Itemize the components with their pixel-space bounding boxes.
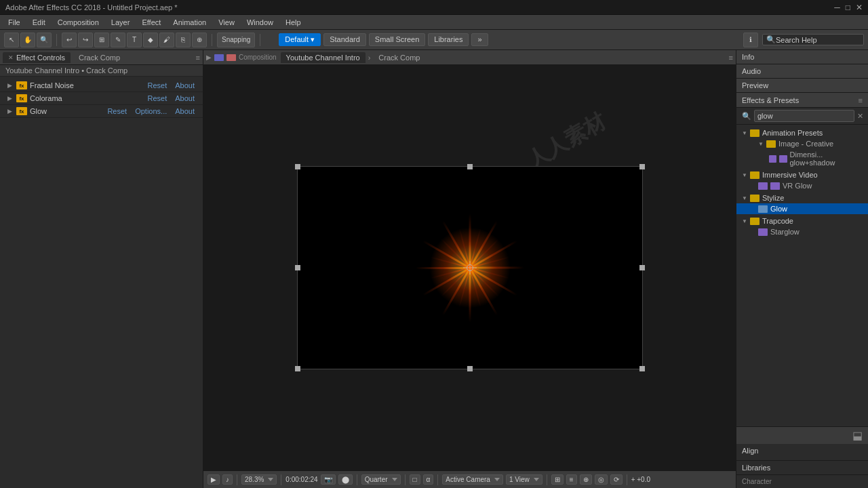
tool-clone[interactable]: ⎘ xyxy=(176,33,191,47)
handle-bl[interactable] xyxy=(295,366,300,371)
handle-bm[interactable] xyxy=(467,366,473,371)
tab-youtube-intro[interactable]: Youtube Channel Intro xyxy=(281,52,366,63)
menu-window[interactable]: Window xyxy=(241,17,279,28)
snapping-label: Snapping xyxy=(222,36,250,43)
sep1 xyxy=(56,34,57,46)
vt-zoom-select[interactable]: 28.3% xyxy=(241,474,277,485)
effect-expand-glow[interactable]: ▶ xyxy=(5,108,14,115)
tool-hand[interactable]: ✋ xyxy=(20,33,35,47)
ep-dimensi-glow[interactable]: Dimensi... glow+shadow xyxy=(736,149,868,168)
search-box[interactable]: 🔍 xyxy=(762,34,864,45)
menu-file[interactable]: File xyxy=(3,17,26,28)
handle-tr[interactable] xyxy=(639,164,645,169)
ep-search-input[interactable] xyxy=(754,110,854,122)
vt-grid-btn[interactable]: ⊞ xyxy=(551,474,564,485)
tool-pen[interactable]: ✎ xyxy=(111,33,125,47)
tool-zoom[interactable]: 🔍 xyxy=(37,33,52,47)
handle-tm[interactable] xyxy=(467,164,473,169)
tool-paint[interactable]: 🖌 xyxy=(159,33,174,47)
workspace-standard[interactable]: Standard xyxy=(323,33,366,46)
preview-header[interactable]: Preview xyxy=(736,79,868,92)
menu-composition[interactable]: Composition xyxy=(52,17,104,28)
tool-puppet[interactable]: ⊕ xyxy=(192,33,207,47)
effect-about-glow[interactable]: About xyxy=(172,107,197,115)
ep-tree: ▼ Animation Presets ▼ Image - Creative D… xyxy=(736,125,868,426)
maximize-icon[interactable]: □ xyxy=(846,3,850,12)
ep-glow-item[interactable]: Glow xyxy=(736,203,868,214)
tab-crack-comp[interactable]: Crack Comp xyxy=(73,52,125,63)
toolbar: ↖ ✋ 🔍 ↩ ↪ ⊞ ✎ T ◆ 🖌 ⎘ ⊕ Snapping Default… xyxy=(0,30,868,50)
tool-select[interactable]: ↖ xyxy=(4,33,19,47)
effect-row-glow: ▶ fx Glow Reset Options... About xyxy=(0,105,203,118)
vt-audio-btn[interactable]: ♪ xyxy=(222,474,233,485)
handle-br[interactable] xyxy=(639,366,645,371)
handle-ml[interactable] xyxy=(295,265,300,270)
vt-camera-select[interactable]: Active Camera xyxy=(442,474,503,485)
effect-options-glow[interactable]: Options... xyxy=(132,107,170,115)
snapping-btn[interactable]: Snapping xyxy=(217,33,255,47)
workspace-default[interactable]: Default ▾ xyxy=(279,33,321,46)
toolbar-info-btn[interactable]: ℹ xyxy=(743,33,758,47)
tab-crack-comp[interactable]: Crack Comp xyxy=(373,52,425,63)
ep-menu-btn[interactable]: ≡ xyxy=(859,96,863,104)
handle-tl[interactable] xyxy=(295,164,300,169)
ep-immersive-header[interactable]: ▼ Immersive Video xyxy=(736,169,868,180)
ep-section-animation-header[interactable]: ▼ Animation Presets xyxy=(736,127,868,138)
vt-quality-select[interactable]: Quarter xyxy=(361,474,401,485)
effect-expand-colorama[interactable]: ▶ xyxy=(5,95,14,102)
effect-reset-glow[interactable]: Reset xyxy=(104,107,130,115)
workspace-more[interactable]: » xyxy=(471,33,488,46)
search-input[interactable] xyxy=(776,36,844,44)
vt-color-btn[interactable]: ⬤ xyxy=(338,474,353,485)
ep-stylize-header[interactable]: ▼ Stylize xyxy=(736,192,868,203)
effect-name-fractal: Fractal Noise xyxy=(30,81,142,89)
info-header[interactable]: Info xyxy=(736,50,868,64)
workspace-small[interactable]: Small Screen xyxy=(369,33,425,46)
tool-rotate-fwd[interactable]: ↪ xyxy=(78,33,93,47)
menu-animation[interactable]: Animation xyxy=(167,17,212,28)
ep-triangle-animation: ▼ xyxy=(742,130,747,136)
vt-res-btn[interactable]: □ xyxy=(410,474,420,485)
comp-icon2 xyxy=(214,54,224,61)
tool-transform[interactable]: ⊞ xyxy=(94,33,109,47)
effect-reset-fractal[interactable]: Reset xyxy=(145,81,170,89)
tool-text[interactable]: T xyxy=(127,33,142,47)
effect-about-colorama[interactable]: About xyxy=(172,94,197,102)
effect-expand-fractal[interactable]: ▶ xyxy=(5,82,14,89)
vt-alpha-btn[interactable]: α xyxy=(423,474,434,485)
ep-vr-glow[interactable]: VR Glow xyxy=(736,180,868,191)
ep-save-preset-btn[interactable]: ⬓ xyxy=(852,429,863,442)
ep-image-label: Image - Creative xyxy=(778,140,833,148)
vt-snap-btn[interactable]: ⊕ xyxy=(580,474,592,485)
panel-menu-btn[interactable]: ≡ xyxy=(196,54,200,62)
ep-trapcode-header[interactable]: ▼ Trapcode xyxy=(736,216,868,226)
tool-rotate-back[interactable]: ↩ xyxy=(62,33,77,47)
effect-about-fractal[interactable]: About xyxy=(172,81,197,89)
workspace-libraries[interactable]: Libraries xyxy=(428,33,469,46)
handle-mr[interactable] xyxy=(639,265,645,270)
effect-reset-colorama[interactable]: Reset xyxy=(145,94,170,102)
audio-header[interactable]: Audio xyxy=(736,64,868,78)
vt-3d-btn[interactable]: ◎ xyxy=(595,474,608,485)
comp-menu-btn[interactable]: ≡ xyxy=(729,54,733,62)
menu-effect[interactable]: Effect xyxy=(136,17,166,28)
menu-view[interactable]: View xyxy=(213,17,240,28)
close-icon[interactable]: ✕ xyxy=(856,3,863,12)
minimize-icon[interactable]: ─ xyxy=(834,3,840,12)
tool-shape[interactable]: ◆ xyxy=(143,33,158,47)
ep-image-creative[interactable]: ▼ Image - Creative xyxy=(736,138,868,149)
vt-preview-btn[interactable]: ▶ xyxy=(208,474,220,485)
close-icon[interactable]: ✕ xyxy=(8,54,14,61)
window-controls[interactable]: ─ □ ✕ xyxy=(834,3,863,12)
menu-help[interactable]: Help xyxy=(280,17,307,28)
vt-reset-btn[interactable]: ⟳ xyxy=(610,474,623,485)
ep-starglow[interactable]: Starglow xyxy=(736,226,868,237)
vt-view-select[interactable]: 1 View xyxy=(506,474,542,485)
menu-layer[interactable]: Layer xyxy=(106,17,136,28)
tab-effect-controls[interactable]: ✕ Effect Controls xyxy=(3,52,71,63)
vt-camera-icon[interactable]: 📷 xyxy=(321,474,336,485)
menu-edit[interactable]: Edit xyxy=(27,17,51,28)
workspace-group: Default ▾ Standard Small Screen Librarie… xyxy=(279,33,488,46)
vt-guide-btn[interactable]: ≡ xyxy=(566,474,577,485)
ep-clear-btn[interactable]: ✕ xyxy=(857,112,863,121)
